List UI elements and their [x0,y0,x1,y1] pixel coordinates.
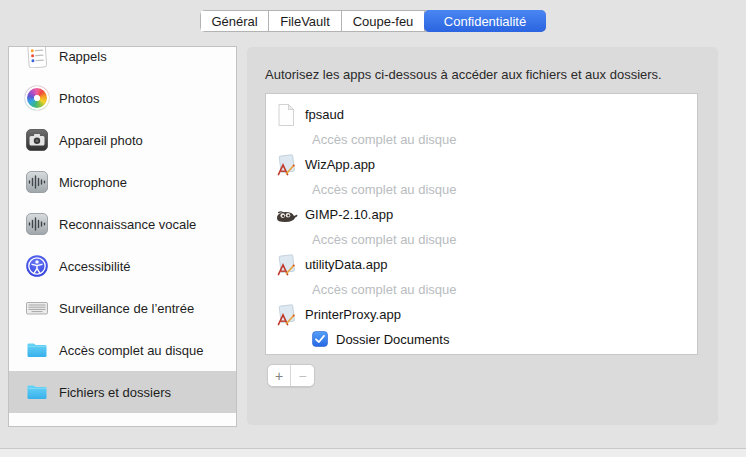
gimp-icon [274,203,298,227]
sidebar-item-photos[interactable]: Photos [9,77,236,119]
camera-icon [25,128,49,152]
tab-coupe-feu[interactable]: Coupe-feu [342,11,425,31]
app-permission-scope: Accès complet au disque [274,227,689,252]
app-row-gimp-2-10-app[interactable]: GIMP-2.10.app [274,202,689,227]
app-row-fpsaud[interactable]: fpsaud [274,102,689,127]
app-name: GIMP-2.10.app [305,207,393,222]
privacy-category-list: RappelsPhotosAppareil photoMicrophoneRec… [8,46,237,427]
remove-app-button[interactable]: − [291,365,314,386]
app-doc-icon [274,253,298,277]
app-row-wizapp-app[interactable]: WizApp.app [274,152,689,177]
keyboard-icon [25,296,49,320]
tab-confidentialit-[interactable]: Confidentialité [424,10,546,32]
app-name: utilityData.app [305,257,387,272]
sidebar-item-label: Appareil photo [59,133,143,148]
sidebar-item-reconnaissance-vocale[interactable]: Reconnaissance vocale [9,203,236,245]
sidebar-item-label: Reconnaissance vocale [59,217,196,232]
photos-icon [25,86,49,110]
sidebar-item-label: Accès complet au disque [59,343,204,358]
sidebar-item-label: Fichiers et dossiers [59,385,171,400]
accessibility-icon [25,254,49,278]
tab-filevault[interactable]: FileVault [269,11,342,31]
sidebar-item-label: Microphone [59,175,127,190]
folder-permission-label: Dossier Documents [336,332,449,347]
add-remove-control: + − [267,364,315,387]
folder-icon [25,338,49,362]
sidebar-item-rappels[interactable]: Rappels [9,46,236,77]
app-doc-icon [274,303,298,327]
reminders-icon [25,46,49,68]
app-name: WizApp.app [305,157,375,172]
tab-g-n-ral[interactable]: Général [201,11,269,31]
sidebar-item-acc-s-complet-au-disque[interactable]: Accès complet au disque [9,329,236,371]
sidebar-item-label: Rappels [59,49,107,64]
tab-bar: GénéralFileVaultCoupe-feuConfidentialité [200,10,546,32]
folder-permission-row[interactable]: Dossier Documents [274,327,689,351]
app-permission-scope: Accès complet au disque [274,127,689,152]
folder-icon [25,380,49,404]
app-name: fpsaud [305,107,344,122]
window-bottom-strip [0,448,746,457]
add-app-button[interactable]: + [268,365,291,386]
app-permission-scope-label: Accès complet au disque [312,182,457,197]
checkbox-checked-icon[interactable] [312,331,328,347]
speech-icon [25,212,49,236]
security-privacy-window: GénéralFileVaultCoupe-feuConfidentialité… [0,0,746,457]
privacy-category-list-inner: RappelsPhotosAppareil photoMicrophoneRec… [9,46,236,427]
sidebar-item-fichiers-et-dossiers[interactable]: Fichiers et dossiers [9,371,236,413]
sidebar-item-label: Photos [59,91,99,106]
app-row-utilitydata-app[interactable]: utilityData.app [274,252,689,277]
app-permission-scope: Accès complet au disque [274,277,689,302]
app-name: PrinterProxy.app [305,307,401,322]
app-permission-list[interactable]: fpsaudAccès complet au disqueWizApp.appA… [265,93,698,355]
sidebar-item-surveillance-de-l-entr-e[interactable]: Surveillance de l’entrée [9,287,236,329]
app-permission-scope-label: Accès complet au disque [312,132,457,147]
sidebar-item-accessibilit-[interactable]: Accessibilité [9,245,236,287]
sidebar-item-label: Accessibilité [59,259,131,274]
privacy-detail-panel: Autorisez les apps ci-dessous à accéder … [247,47,718,425]
panel-description: Autorisez les apps ci-dessous à accéder … [265,67,662,82]
app-permission-scope-label: Accès complet au disque [312,282,457,297]
sidebar-item-microphone[interactable]: Microphone [9,161,236,203]
app-permission-scope: Accès complet au disque [274,177,689,202]
generic-doc-icon [274,103,298,127]
sidebar-item-label: Surveillance de l’entrée [59,301,194,316]
app-permission-scope-label: Accès complet au disque [312,232,457,247]
app-doc-icon [274,153,298,177]
folder-permission-row[interactable]: Dossier Bureau [274,351,689,355]
app-row-printerproxy-app[interactable]: PrinterProxy.app [274,302,689,327]
microphone-icon [25,170,49,194]
sidebar-item-partial[interactable] [9,413,236,427]
sidebar-item-appareil-photo[interactable]: Appareil photo [9,119,236,161]
